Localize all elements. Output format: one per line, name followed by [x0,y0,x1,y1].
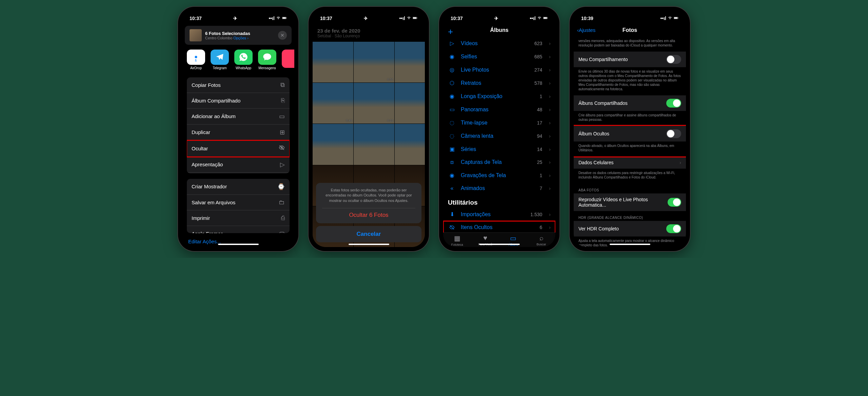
action-apresentacao[interactable]: Apresentação▷ [187,157,290,173]
header-title: Álbuns [443,27,555,33]
toggle-on[interactable] [668,198,681,207]
app-airdrop[interactable]: AirDrop [187,50,205,70]
status-bar: 10:37 ✈︎ ••ıl [182,11,294,26]
edit-actions-link[interactable]: Editar Ações... [182,236,294,247]
home-indicator[interactable] [218,244,259,245]
chevron-right-icon: › [549,80,551,86]
album-timelapse[interactable]: ◌Time-lapse17› [443,116,555,129]
long-exposure-icon: ◉ [448,93,456,99]
add-button[interactable]: + [448,26,453,37]
album-list[interactable]: ▷Vídeos623› ◉Selfies685› ◎Live Photos274… [443,37,555,232]
signal-icon: ••ıl [399,16,405,21]
library-icon: ▦ [454,234,460,242]
setting-album-ocultos[interactable]: Álbum Ocultos [574,126,686,142]
location-icon: ✈︎ [494,16,498,21]
chevron-right-icon: › [549,212,551,217]
svg-rect-13 [548,17,548,18]
section-hdr: HDR (GRANDE ALCANCE DINÂMICO) [574,211,686,221]
app-whatsapp[interactable]: WhatsApp [234,50,253,70]
slideshow-icon: ▷ [280,161,285,168]
setting-ver-hdr[interactable]: Ver HDR Completo [574,221,686,237]
action-album-compartilhado[interactable]: Álbum Compartilhado⎘ [187,93,290,109]
import-icon: ⬇ [448,211,456,218]
tab-buscar[interactable]: ⌕Buscar [527,234,555,246]
chevron-right-icon: › [549,120,551,126]
toggle-on[interactable] [666,224,681,233]
toggle-off[interactable] [666,55,681,64]
phone-hide-confirm: 10:37 ✈︎ ••ıl 23 de fev. de 2020 Setúbal… [309,7,429,251]
action-salvar-arquivos[interactable]: Salvar em Arquivos🗀 [187,195,290,210]
action-imprimir[interactable]: Imprimir⎙ [187,210,290,226]
action-apple-frames[interactable]: Apple Frames▢ [187,226,290,233]
album-panoramas[interactable]: ▭Panoramas48› [443,103,555,116]
screenshot-icon: ⧈ [448,159,456,165]
app-telegram[interactable]: Telegram [211,50,229,70]
app-more[interactable] [282,50,294,70]
modal-cancel-button[interactable]: Cancelar [316,226,421,242]
app-mensagens[interactable]: Mensagens [258,50,276,70]
album-animados[interactable]: «Animados7› [443,182,555,195]
footer-albuns-comp: Crie álbuns para compartilhar e assine á… [574,111,686,126]
action-duplicar[interactable]: Duplicar⊞ [187,125,290,140]
action-group-2: Criar Mostrador⌚ Salvar em Arquivos🗀 Imp… [187,179,290,233]
status-bar: 10:39 ••ıl [574,11,686,26]
setting-dados-celulares[interactable]: Dados Celulares› [574,156,686,169]
selfie-icon: ◉ [448,53,456,60]
action-copiar-fotos[interactable]: Copiar Fotos⧉ [187,77,290,93]
status-time: 10:37 [190,16,202,21]
toggle-off[interactable] [666,129,681,138]
foryou-icon: ♥ [483,234,487,242]
album-videos[interactable]: ▷Vídeos623› [443,37,555,50]
album-itens-ocultos[interactable]: Itens Ocultos6› [443,221,555,232]
chevron-right-icon: › [549,159,551,165]
highlighted-album-ocultos: Álbum Ocultos Quando ativado, o álbum Oc… [574,126,686,156]
share-apps-row: AirDrop Telegram WhatsApp [182,45,294,75]
album-capturas[interactable]: ⧈Capturas de Tela25› [443,156,555,169]
chevron-right-icon: › [549,94,551,99]
add-album-icon: ▭ [279,113,285,120]
action-copiar-link-icloud[interactable]: Copiar Link do iCloud☁ [187,173,290,173]
svg-point-3 [195,56,197,58]
chevron-right-icon: › [549,173,551,178]
album-retratos[interactable]: ⬡Retratos578› [443,76,555,90]
action-ocultar[interactable]: Ocultar [187,140,290,157]
album-selfies[interactable]: ◉Selfies685› [443,50,555,63]
hidden-icon [448,225,456,230]
album-live-photos[interactable]: ◎Live Photos274› [443,63,555,76]
share-title: 6 Fotos Selecionadas [205,31,275,36]
albums-icon: ▭ [510,234,516,242]
modal-message: Estas fotos serão ocultadas, mas poderão… [322,188,415,203]
close-button[interactable]: ✕ [278,31,287,40]
action-adicionar-album[interactable]: Adicionar ao Álbum▭ [187,109,290,125]
action-criar-mostrador[interactable]: Criar Mostrador⌚ [187,179,290,195]
album-series[interactable]: ▣Séries14› [443,143,555,156]
svg-rect-16 [674,17,677,19]
phone-share-sheet: 10:37 ✈︎ ••ıl 6 Fotos Selecionadas Centr… [178,7,298,251]
options-link[interactable]: Opções › [233,36,249,40]
album-importacoes[interactable]: ⬇Importações1.530› [443,208,555,221]
svg-rect-12 [544,17,547,19]
timelapse-icon: ◌ [448,119,456,126]
hide-modal: Estas fotos serão ocultadas, mas poderão… [316,183,421,242]
album-gravacoes[interactable]: ◉Gravações de Tela1› [443,169,555,182]
home-indicator[interactable] [479,244,520,245]
chevron-right-icon: › [549,67,551,73]
setting-albuns-compartilhados[interactable]: Álbuns Compartilhados [574,95,686,111]
toggle-on[interactable] [666,99,681,108]
tab-fototeca[interactable]: ▦Fototeca [443,234,471,246]
chevron-right-icon: › [549,225,551,230]
setting-reproduzir[interactable]: Reproduzir Vídeos e Live Photos Automati… [574,193,686,211]
back-button[interactable]: ‹ Ajustes [577,27,595,33]
search-icon: ⌕ [539,234,544,242]
settings-list[interactable]: versões menores, adequadas ao dispositiv… [574,37,686,247]
home-indicator[interactable] [610,244,650,245]
album-longa-exposicao[interactable]: ◉Longa Exposição1› [443,90,555,103]
section-aba-fotos: ABA FOTOS [574,184,686,193]
home-indicator[interactable] [349,244,389,245]
location-icon: ✈︎ [364,16,368,21]
section-utilitarios: Utilitários [443,195,555,208]
folder-icon: 🗀 [279,199,285,206]
setting-meu-compartilhamento[interactable]: Meu Compartilhamento [574,52,686,67]
album-camera-lenta[interactable]: ◌Câmera lenta94› [443,129,555,143]
modal-hide-button[interactable]: Ocultar 6 Fotos [322,208,415,219]
